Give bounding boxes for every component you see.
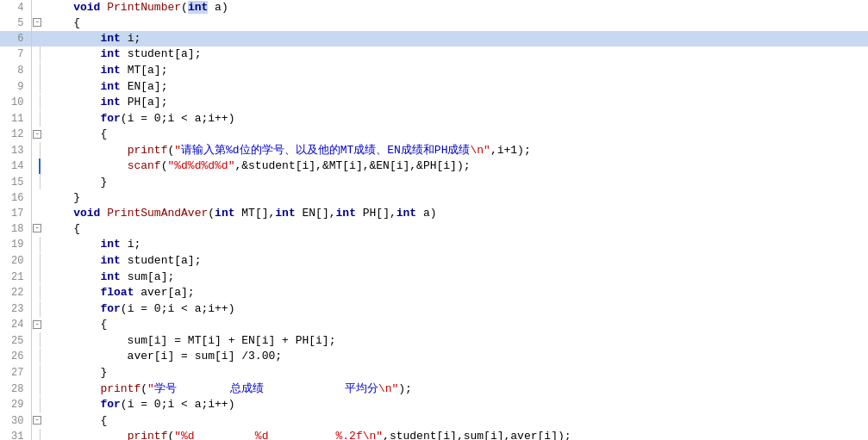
fold-gutter[interactable] (31, 206, 43, 221)
line-number: 8 (0, 63, 31, 79)
fold-icon[interactable]: - (33, 130, 41, 139)
code-line: int PH[a]; (43, 95, 868, 111)
fold-gutter[interactable]: - (31, 317, 43, 332)
code-line: } (43, 365, 868, 381)
line-number: 29 (0, 397, 31, 413)
code-line: int i; (43, 237, 868, 253)
code-line: int MT[a]; (43, 63, 868, 79)
table-row: 21 int sum[a]; (0, 269, 868, 285)
fold-gutter[interactable] (31, 397, 43, 413)
fold-gutter[interactable] (31, 365, 43, 381)
fold-gutter[interactable] (31, 285, 43, 301)
fold-gutter[interactable]: - (31, 127, 43, 142)
line-number: 19 (0, 237, 31, 253)
fold-gutter[interactable] (31, 95, 43, 111)
code-line: float aver[a]; (43, 285, 868, 301)
code-line: printf("%d %d %.2f\n",student[i],sum[i],… (43, 429, 868, 440)
code-line: sum[i] = MT[i] + EN[i] + PH[i]; (43, 332, 868, 349)
table-row: 6 int i; (0, 31, 868, 46)
code-line: int student[a]; (43, 253, 868, 270)
fold-gutter[interactable] (31, 111, 43, 127)
table-row: 12 - { (0, 127, 868, 142)
fold-gutter[interactable] (31, 190, 43, 206)
line-number: 23 (0, 301, 31, 318)
line-number: 18 (0, 221, 31, 237)
line-number: 15 (0, 174, 31, 190)
fold-icon[interactable]: - (33, 224, 41, 232)
table-row: 30 - { (0, 413, 868, 429)
code-line: for(i = 0;i < a;i++) (43, 397, 868, 413)
table-row: 27 } (0, 365, 868, 381)
line-number: 5 (0, 15, 31, 31)
table-row: 9 int EN[a]; (0, 78, 868, 95)
fold-gutter[interactable] (31, 429, 43, 440)
fold-icon[interactable]: - (33, 18, 41, 27)
table-row: 25 sum[i] = MT[i] + EN[i] + PH[i]; (0, 332, 868, 349)
table-row: 22 float aver[a]; (0, 285, 868, 301)
code-line: { (43, 15, 868, 31)
fold-gutter[interactable] (31, 78, 43, 95)
fold-icon[interactable]: - (33, 416, 41, 425)
table-row: 17 void PrintSumAndAver(int MT[],int EN[… (0, 206, 868, 221)
fold-gutter[interactable] (31, 31, 43, 46)
fold-gutter[interactable] (31, 46, 43, 63)
table-row: 4 void PrintNumber(int a) (0, 0, 868, 15)
fold-gutter[interactable] (31, 332, 43, 349)
line-number: 11 (0, 111, 31, 127)
line-number: 27 (0, 365, 31, 381)
fold-gutter[interactable]: - (31, 221, 43, 237)
table-row: 26 aver[i] = sum[i] /3.00; (0, 349, 868, 365)
table-row: 7 int student[a]; (0, 46, 868, 63)
fold-gutter[interactable] (31, 269, 43, 285)
line-number: 24 (0, 317, 31, 332)
code-line: void PrintSumAndAver(int MT[],int EN[],i… (43, 206, 868, 221)
line-number: 20 (0, 253, 31, 270)
table-row: 16 } (0, 190, 868, 206)
line-number: 12 (0, 127, 31, 142)
fold-gutter[interactable] (31, 301, 43, 318)
table-row: 15 } (0, 174, 868, 190)
line-number: 16 (0, 190, 31, 206)
fold-gutter[interactable] (31, 142, 43, 158)
line-number: 25 (0, 332, 31, 349)
line-number: 10 (0, 95, 31, 111)
table-row: 11 for(i = 0;i < a;i++) (0, 111, 868, 127)
table-row: 23 for(i = 0;i < a;i++) (0, 301, 868, 318)
code-line: } (43, 190, 868, 206)
fold-gutter[interactable] (31, 0, 43, 15)
code-line: int EN[a]; (43, 78, 868, 95)
fold-gutter[interactable]: - (31, 413, 43, 429)
code-line: printf("学号 总成绩 平均分\n"); (43, 381, 868, 397)
fold-gutter[interactable]: - (31, 15, 43, 31)
table-row: 24 - { (0, 317, 868, 332)
fold-gutter[interactable] (31, 253, 43, 270)
code-line: int sum[a]; (43, 269, 868, 285)
code-line: } (43, 174, 868, 190)
code-line: printf("请输入第%d位的学号、以及他的MT成绩、EN成绩和PH成绩\n"… (43, 142, 868, 158)
fold-gutter[interactable] (31, 174, 43, 190)
code-line: { (43, 127, 868, 142)
code-line: for(i = 0;i < a;i++) (43, 301, 868, 318)
table-row: 5 - { (0, 15, 868, 31)
table-row: 13 printf("请输入第%d位的学号、以及他的MT成绩、EN成绩和PH成绩… (0, 142, 868, 158)
line-number: 9 (0, 78, 31, 95)
line-number: 26 (0, 349, 31, 365)
line-number: 21 (0, 269, 31, 285)
table-row: 18 - { (0, 221, 868, 237)
line-number: 17 (0, 206, 31, 221)
line-number: 28 (0, 381, 31, 397)
table-row: 14 scanf("%d%d%d%d",&student[i],&MT[i],&… (0, 158, 868, 175)
fold-gutter[interactable] (31, 381, 43, 397)
code-line: { (43, 413, 868, 429)
table-row: 8 int MT[a]; (0, 63, 868, 79)
fold-gutter[interactable] (31, 63, 43, 79)
table-row: 28 printf("学号 总成绩 平均分\n"); (0, 381, 868, 397)
fold-gutter[interactable] (31, 158, 43, 175)
code-line: { (43, 317, 868, 332)
line-number: 14 (0, 158, 31, 175)
fold-gutter[interactable] (31, 237, 43, 253)
table-row: 20 int student[a]; (0, 253, 868, 270)
line-number: 4 (0, 0, 31, 15)
fold-icon[interactable]: - (33, 320, 41, 329)
fold-gutter[interactable] (31, 349, 43, 365)
